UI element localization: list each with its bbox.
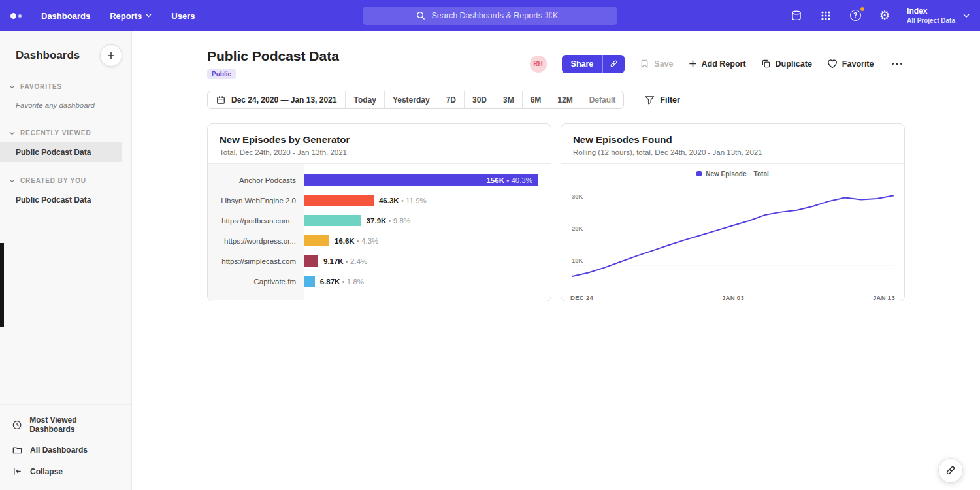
link-icon xyxy=(945,465,956,476)
search-input[interactable] xyxy=(431,10,564,21)
share-button[interactable]: Share xyxy=(562,55,603,73)
section-label: FAVORITES xyxy=(20,83,62,90)
apps-grid-icon[interactable] xyxy=(817,7,834,24)
bar-category-label: Captivate.fm xyxy=(208,271,304,291)
date-preset-3m[interactable]: 3M xyxy=(495,91,522,108)
card-title: New Episodes by Generator xyxy=(220,134,539,145)
bar-segment[interactable] xyxy=(304,235,329,246)
bar-segment[interactable] xyxy=(304,195,374,206)
question-mark-icon: ? xyxy=(850,10,861,21)
collapse-icon xyxy=(12,466,23,477)
chart-legend[interactable]: New Episode – Total xyxy=(570,169,895,179)
folder-icon xyxy=(12,444,23,455)
sidebar-item-public-podcast-data-created[interactable]: Public Podcast Data xyxy=(0,190,131,210)
nav-dashboards[interactable]: Dashboards xyxy=(41,11,90,21)
settings-gear-icon[interactable]: ⚙ xyxy=(876,7,893,24)
legend-label: New Episode – Total xyxy=(706,171,769,178)
favorite-button[interactable]: Favorite xyxy=(827,59,874,69)
bar-category-label: https://wordpress.or... xyxy=(208,231,304,251)
left-edge-scrollbar[interactable] xyxy=(0,243,4,327)
save-icon xyxy=(640,59,649,69)
x-axis-ticks: DEC 24 JAN 03 JAN 13 xyxy=(570,294,895,301)
filter-button[interactable]: Filter xyxy=(645,95,680,105)
sidebar-section-recently-viewed[interactable]: RECENTLY VIEWED xyxy=(0,123,131,142)
chevron-down-icon xyxy=(9,85,15,89)
sidebar-item-public-podcast-data[interactable]: Public Podcast Data xyxy=(0,142,122,162)
bar-category-label: Libsyn WebEngine 2.0 xyxy=(208,190,304,210)
search-icon xyxy=(416,11,425,20)
section-label: RECENTLY VIEWED xyxy=(20,129,91,137)
plus-icon xyxy=(689,59,697,68)
share-link-button[interactable] xyxy=(602,55,625,73)
save-label: Save xyxy=(654,59,673,69)
sidebar-footer: Most Viewed Dashboards All Dashboards Co… xyxy=(0,404,131,490)
add-report-button[interactable]: Add Report xyxy=(689,59,746,69)
bar-segment[interactable] xyxy=(304,276,315,287)
calendar-icon xyxy=(216,95,225,105)
date-range-label: Dec 24, 2020 — Jan 13, 2021 xyxy=(231,95,336,105)
y-tick: 10K xyxy=(572,257,583,264)
chevron-down-icon xyxy=(146,14,152,18)
collapse-sidebar-button[interactable]: Collapse xyxy=(0,461,131,482)
project-name: Index xyxy=(907,7,955,16)
date-preset-yesterday[interactable]: Yesterday xyxy=(384,91,438,108)
bar-row: 46.3K • 11.9% xyxy=(304,190,551,210)
add-dashboard-button[interactable] xyxy=(100,44,122,67)
topnav-right-cluster: ? ⚙ Index All Project Data xyxy=(788,7,970,25)
card-subtitle: Total, Dec 24th, 2020 - Jan 13th, 2021 xyxy=(220,148,539,156)
footer-item-label: Collapse xyxy=(30,467,63,476)
bar-category-label: https://simplecast.com xyxy=(208,251,304,271)
save-button[interactable]: Save xyxy=(640,59,673,69)
bar-segment[interactable]: 156K • 40.3% xyxy=(304,174,538,186)
link-icon xyxy=(610,59,618,68)
date-preset-12m[interactable]: 12M xyxy=(549,91,580,108)
bar-category-label: Anchor Podcasts xyxy=(208,170,304,190)
bar-segment[interactable] xyxy=(304,215,361,226)
bar-chart-labels: Anchor PodcastsLibsyn WebEngine 2.0https… xyxy=(208,164,304,300)
heart-icon xyxy=(827,59,838,69)
date-preset-30d[interactable]: 30D xyxy=(464,91,495,108)
nav-users-label: Users xyxy=(171,11,195,21)
duplicate-label: Duplicate xyxy=(776,59,812,69)
y-tick: 30K xyxy=(572,193,583,200)
bar-segment[interactable] xyxy=(304,255,318,267)
global-search[interactable] xyxy=(363,7,617,25)
project-subtitle: All Project Data xyxy=(907,17,955,25)
duplicate-button[interactable]: Duplicate xyxy=(761,59,812,69)
bar-value-label: 16.6K • 4.3% xyxy=(335,237,378,245)
notification-badge xyxy=(860,7,865,12)
nav-users[interactable]: Users xyxy=(171,11,195,21)
date-preset-6m[interactable]: 6M xyxy=(522,91,549,108)
most-viewed-dashboards-button[interactable]: Most Viewed Dashboards xyxy=(0,410,131,439)
all-dashboards-button[interactable]: All Dashboards xyxy=(0,439,131,461)
bar-chart-tracks: 156K • 40.3%46.3K • 11.9%37.9K • 9.8%16.… xyxy=(304,164,551,300)
share-button-group: Share xyxy=(562,55,625,73)
copy-link-fab[interactable] xyxy=(938,458,963,483)
date-range-picker[interactable]: Dec 24, 2020 — Jan 13, 2021 xyxy=(208,91,345,108)
bar-chart: Anchor PodcastsLibsyn WebEngine 2.0https… xyxy=(208,164,551,300)
sidebar-section-favorites[interactable]: FAVORITES xyxy=(0,77,131,96)
bar-value-label: 6.87K • 1.8% xyxy=(320,278,364,286)
x-tick: JAN 13 xyxy=(873,294,895,301)
data-management-icon[interactable] xyxy=(788,7,805,24)
chevron-down-icon xyxy=(9,179,15,183)
section-label: CREATED BY YOU xyxy=(20,177,86,184)
footer-item-label: Most Viewed Dashboards xyxy=(29,416,120,434)
nav-reports[interactable]: Reports xyxy=(110,11,152,21)
date-preset-default[interactable]: Default xyxy=(581,91,624,108)
sidebar-section-created-by-you[interactable]: CREATED BY YOU xyxy=(0,171,131,190)
date-presets: TodayYesterday7D30D3M6M12MDefault xyxy=(345,91,623,108)
bar-value-label: 156K • 40.3% xyxy=(486,176,538,184)
bar-row: 9.17K • 2.4% xyxy=(304,251,551,271)
more-options-button[interactable] xyxy=(889,60,906,68)
avatar[interactable]: RH xyxy=(530,56,547,73)
date-range-box: Dec 24, 2020 — Jan 13, 2021 TodayYesterd… xyxy=(207,91,624,109)
project-selector[interactable]: Index All Project Data xyxy=(907,7,970,25)
top-nav: Dashboards Reports Users ? ⚙ Index All P… xyxy=(0,0,980,31)
date-preset-today[interactable]: Today xyxy=(345,91,384,108)
bar-value-label: 37.9K • 9.8% xyxy=(367,217,410,225)
line-plot-area[interactable]: 10K20K30K xyxy=(570,182,895,291)
help-icon[interactable]: ? xyxy=(847,7,864,24)
date-preset-7d[interactable]: 7D xyxy=(438,91,464,108)
brand-logo[interactable] xyxy=(10,13,22,19)
